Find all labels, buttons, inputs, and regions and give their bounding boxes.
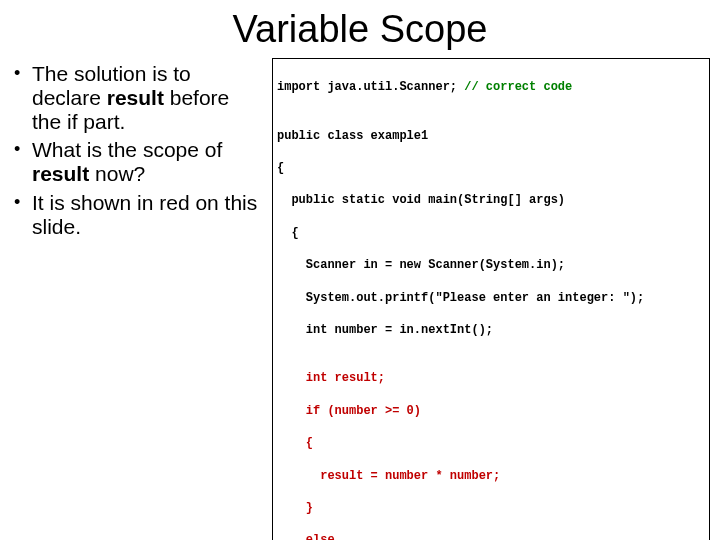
- bullet-text: The solution is to declare result before…: [32, 62, 262, 134]
- bullet-text: It is shown in red on this slide.: [32, 191, 262, 239]
- slide: Variable Scope • The solution is to decl…: [0, 0, 720, 540]
- code-line: {: [277, 225, 705, 241]
- bullet-item: • What is the scope of result now?: [14, 138, 262, 186]
- code-box: import java.util.Scanner; // correct cod…: [272, 58, 710, 540]
- slide-title: Variable Scope: [0, 0, 720, 58]
- code-line: import java.util.Scanner; // correct cod…: [277, 79, 705, 95]
- code-line: }: [277, 500, 705, 516]
- code-line: else: [277, 532, 705, 540]
- bullet-list: • The solution is to declare result befo…: [14, 58, 262, 540]
- code-line: int number = in.nextInt();: [277, 322, 705, 338]
- code-line: if (number >= 0): [277, 403, 705, 419]
- code-line: public class example1: [277, 128, 705, 144]
- code-line: Scanner in = new Scanner(System.in);: [277, 257, 705, 273]
- bullet-text: What is the scope of result now?: [32, 138, 262, 186]
- bullet-dot-icon: •: [14, 191, 32, 239]
- bullet-item: • The solution is to declare result befo…: [14, 62, 262, 134]
- bullet-dot-icon: •: [14, 138, 32, 186]
- bullet-item: • It is shown in red on this slide.: [14, 191, 262, 239]
- slide-body: • The solution is to declare result befo…: [0, 58, 720, 540]
- code-line: System.out.printf("Please enter an integ…: [277, 290, 705, 306]
- bullet-dot-icon: •: [14, 62, 32, 134]
- code-line: {: [277, 160, 705, 176]
- code-line: {: [277, 435, 705, 451]
- code-line: result = number * number;: [277, 468, 705, 484]
- code-line: int result;: [277, 370, 705, 386]
- code-line: public static void main(String[] args): [277, 192, 705, 208]
